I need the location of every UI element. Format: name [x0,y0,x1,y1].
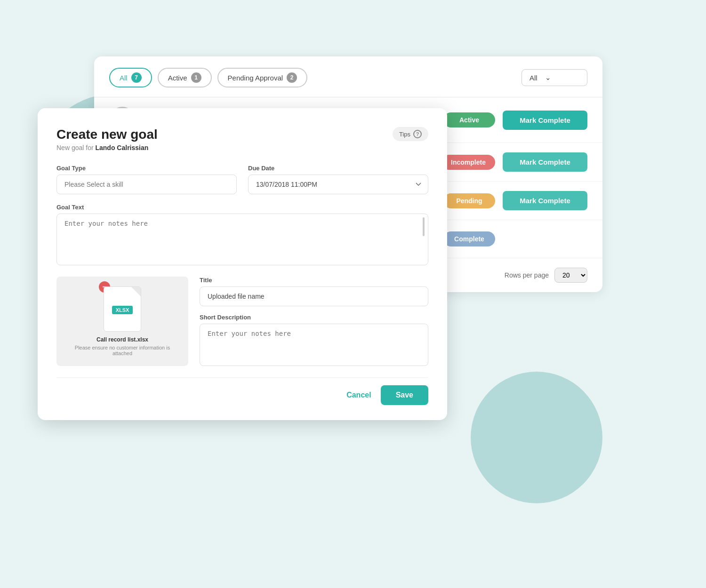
status-badge-2: Incomplete [441,155,495,170]
goal-type-group: Goal Type [56,165,237,194]
filter-tab-pending-approval[interactable]: Pending Approval 2 [217,68,308,87]
file-warning: Please ensure no customer information is… [66,345,179,356]
modal-subtitle-name: Lando Calrissian [95,144,148,151]
file-preview: − XLSX Call record list.xlsx Please ensu… [56,277,188,366]
form-row-1: Goal Type Due Date 13/07/2018 11:00PM [56,165,428,194]
due-date-group: Due Date 13/07/2018 11:00PM [248,165,428,194]
modal-footer: Cancel Save [56,377,428,405]
bg-circle-right [471,372,602,503]
short-desc-group: Short Description [200,314,428,366]
filter-dropdown[interactable]: All ⌄ [521,69,587,86]
file-type-badge: XLSX [112,306,133,314]
filter-active-badge: 1 [191,72,201,83]
goal-type-input[interactable] [56,175,237,194]
title-label: Title [200,277,428,284]
filter-dropdown-value: All [530,74,538,82]
goal-text-wrapper [56,214,428,267]
goal-text-label: Goal Text [56,204,428,211]
modal-subtitle: New goal for Lando Calrissian [56,144,428,151]
short-desc-label: Short Description [200,314,428,321]
filter-all-badge: 7 [131,72,142,83]
filter-tab-all[interactable]: All 7 [109,68,152,87]
file-icon: XLSX [104,286,141,332]
mark-complete-btn-2[interactable]: Mark Complete [503,152,587,172]
short-desc-input[interactable] [200,324,428,366]
scrollbar [423,217,425,236]
filter-tab-active[interactable]: Active 1 [158,68,212,87]
goal-text-group: Goal Text [56,204,428,267]
filter-all-label: All [120,74,128,82]
modal-title: Create new goal [56,127,428,142]
save-button[interactable]: Save [381,385,428,405]
filter-pending-badge: 2 [287,72,297,83]
attachment-section: − XLSX Call record list.xlsx Please ensu… [56,277,428,366]
filter-pending-label: Pending Approval [228,74,283,82]
chevron-down-icon: ⌄ [545,73,551,82]
status-badge-4: Complete [443,231,495,246]
cancel-button[interactable]: Cancel [346,391,371,399]
mark-complete-btn-1[interactable]: Mark Complete [503,111,587,130]
due-date-label: Due Date [248,165,428,172]
goal-type-label: Goal Type [56,165,237,172]
create-goal-modal: Tips ? Create new goal New goal for Land… [38,108,447,420]
attachment-details: Title Short Description [200,277,428,366]
filter-active-label: Active [168,74,187,82]
title-group: Title [200,277,428,306]
mark-complete-btn-3[interactable]: Mark Complete [503,191,587,210]
status-badge-3: Pending [443,193,495,208]
status-badge-1: Active [443,112,495,127]
help-icon: ? [413,130,422,138]
filter-row: All 7 Active 1 Pending Approval 2 All ⌄ [94,56,602,97]
tips-button[interactable]: Tips ? [393,127,428,141]
due-date-select[interactable]: 13/07/2018 11:00PM [248,175,428,194]
rows-per-page-select[interactable]: 20 50 100 [554,268,587,283]
rows-per-page-label: Rows per page [505,271,549,279]
title-input[interactable] [200,286,428,306]
file-name: Call record list.xlsx [96,336,148,343]
tips-label: Tips [399,131,410,138]
goal-text-input[interactable] [56,214,428,265]
